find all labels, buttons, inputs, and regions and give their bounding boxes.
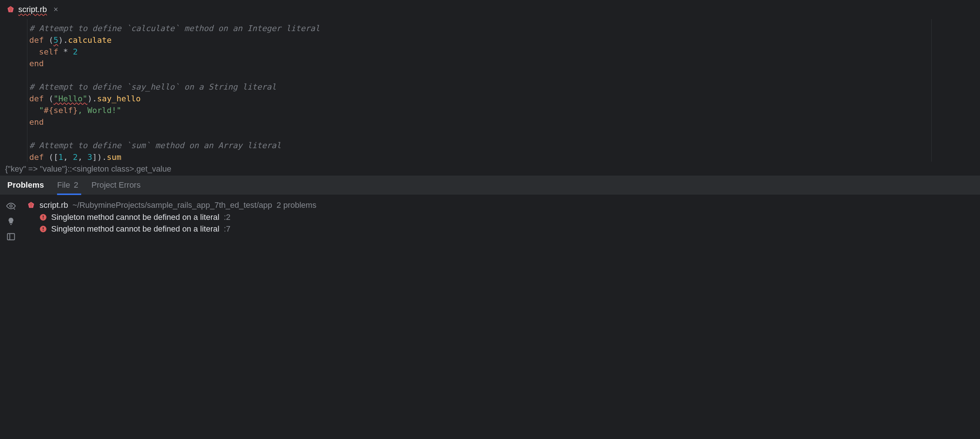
code-string: "Hello" [53, 94, 88, 103]
tab-file[interactable]: File 2 [57, 176, 78, 195]
ruby-file-icon [6, 5, 14, 14]
svg-rect-5 [43, 219, 43, 219]
code-punct: ( [49, 94, 53, 103]
sidebar-icon[interactable] [6, 232, 16, 241]
problems-file-count: 2 problems [277, 201, 316, 210]
breadcrumb-path: {"key" => "value"}::<singleton class>.ge… [5, 164, 171, 174]
code-comment: # Attempt to define `say_hello` on a Str… [29, 82, 277, 91]
problems-panel-tabs: Problems File 2 Project Errors [0, 176, 980, 195]
problems-file-path: ~/RubymineProjects/sample_rails_app_7th_… [72, 201, 272, 210]
problem-line: :7 [224, 224, 231, 234]
code-number: 2 [73, 47, 78, 56]
code-punct: , [78, 153, 88, 162]
svg-rect-7 [43, 227, 43, 229]
code-self: self [39, 47, 59, 56]
eye-icon[interactable] [6, 201, 16, 211]
problem-row[interactable]: Singleton method cannot be defined on a … [22, 223, 980, 235]
code-keyword: def [29, 94, 44, 103]
problems-file-name: script.rb [40, 201, 68, 210]
code-keyword: end [29, 59, 44, 68]
tab-problems[interactable]: Problems [7, 176, 44, 195]
code-number: 5 [53, 35, 58, 45]
problem-message: Singleton method cannot be defined on a … [51, 212, 220, 222]
code-punct: ]). [92, 153, 107, 162]
error-icon [40, 214, 47, 221]
code-keyword: def [29, 35, 44, 45]
code-method: sum [107, 153, 121, 162]
lightbulb-icon[interactable] [6, 217, 16, 226]
svg-point-0 [10, 205, 13, 208]
editor-tab-bar: script.rb × [0, 0, 980, 19]
code-comment: # Attempt to define `calculate` method o… [29, 24, 320, 33]
code-method: say_hello [97, 94, 140, 103]
code-self: self [53, 106, 73, 115]
code-op: * [58, 47, 73, 56]
code-string: " [116, 106, 121, 115]
error-icon [40, 225, 47, 233]
svg-rect-1 [7, 233, 14, 239]
code-punct: ([ [49, 153, 59, 162]
code-number: 1 [59, 153, 63, 162]
code-number: 2 [73, 153, 78, 162]
tab-file-label: File [57, 180, 70, 190]
problems-list: script.rb ~/RubymineProjects/sample_rail… [22, 195, 980, 439]
svg-rect-8 [43, 230, 43, 231]
code-string: " [39, 106, 44, 115]
tab-project-errors-label: Project Errors [91, 180, 140, 190]
code-punct: ). [59, 35, 68, 45]
problem-line: :2 [224, 212, 231, 222]
problem-row[interactable]: Singleton method cannot be defined on a … [22, 211, 980, 223]
close-icon[interactable]: × [53, 5, 58, 14]
code-editor[interactable]: # Attempt to define `calculate` method o… [0, 19, 980, 162]
tab-problems-label: Problems [7, 180, 44, 190]
code-punct: , [63, 153, 73, 162]
editor-tab-label: script.rb [18, 5, 47, 14]
code-method: calculate [68, 35, 111, 45]
code-punct: ( [49, 35, 53, 45]
tab-underline [57, 193, 81, 195]
ruby-file-icon [27, 201, 35, 209]
code-keyword: end [29, 117, 44, 126]
code-interp: } [73, 106, 78, 115]
problems-panel: script.rb ~/RubymineProjects/sample_rail… [0, 195, 980, 439]
code-string: , World! [78, 106, 116, 115]
svg-rect-4 [43, 216, 43, 218]
problems-gutter [0, 195, 22, 439]
code-punct: ). [88, 94, 97, 103]
tab-file-count: 2 [74, 180, 78, 190]
editor-tab[interactable]: script.rb × [0, 0, 65, 19]
code-interp: #{ [44, 106, 54, 115]
tab-project-errors[interactable]: Project Errors [91, 176, 140, 195]
code-number: 3 [88, 153, 92, 162]
code-keyword: def [29, 153, 44, 162]
code-comment: # Attempt to define `sum` method on an A… [29, 141, 281, 150]
problem-message: Singleton method cannot be defined on a … [51, 224, 220, 234]
breadcrumb[interactable]: {"key" => "value"}::<singleton class>.ge… [0, 162, 980, 176]
problems-file-row[interactable]: script.rb ~/RubymineProjects/sample_rail… [22, 199, 980, 211]
